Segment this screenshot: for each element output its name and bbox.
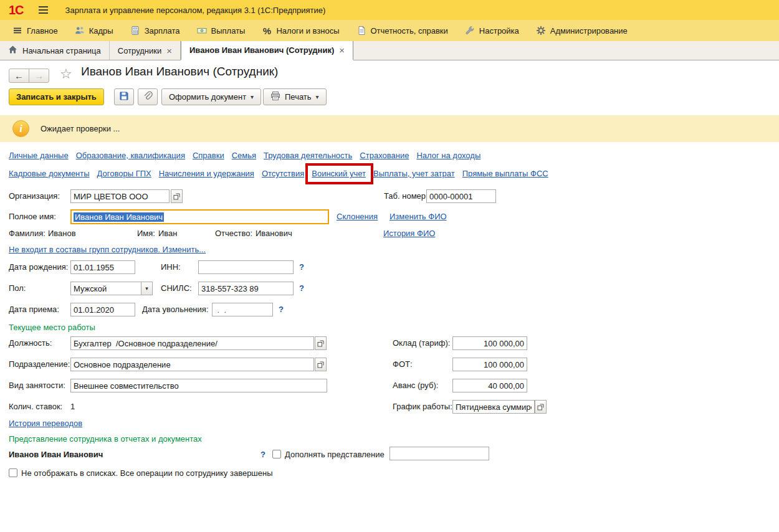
dismissal-help-icon[interactable]: ? [279, 303, 284, 316]
print-label: Печать [285, 92, 312, 102]
current-job-header[interactable]: Текущее место работы [9, 323, 95, 332]
gender-select[interactable] [70, 282, 141, 295]
back-button[interactable]: ← [9, 69, 29, 83]
menu-item-payments[interactable]: Выплаты [197, 26, 246, 36]
presentation-value: Иванов Иван Иванович [9, 448, 103, 462]
gender-dropdown-button[interactable]: ▾ [141, 282, 153, 295]
main-menu-icon[interactable] [39, 6, 48, 14]
favorites-star-icon[interactable]: ☆ [60, 66, 72, 82]
first-name-value: Иван [158, 227, 178, 240]
nav-links-row-2: Кадровые документы Договоры ГПХ Начислен… [9, 169, 548, 178]
presentation-header[interactable]: Представление сотрудника в отчетах и док… [9, 434, 202, 444]
info-message: Ожидает проверки ... [41, 124, 120, 133]
snils-help-icon[interactable]: ? [299, 282, 304, 295]
nav-link-certificates[interactable]: Справки [193, 151, 224, 160]
info-banner: i Ожидает проверки ... [0, 115, 779, 142]
menu-item-label: Администрирование [550, 26, 628, 36]
nav-link-work-activity[interactable]: Трудовая деятельность [264, 151, 352, 160]
floppy-icon [119, 91, 129, 103]
fot-field[interactable] [452, 358, 527, 371]
patronymic-label: Отчество: [215, 227, 252, 240]
tab-home-page[interactable]: Начальная страница [0, 41, 110, 60]
nav-link-hr-documents[interactable]: Кадровые документы [9, 169, 90, 178]
birth-date-field[interactable] [70, 260, 135, 274]
attachments-button[interactable] [138, 88, 158, 105]
nav-link-military-records[interactable]: Воинский учет [312, 169, 366, 178]
organization-field[interactable] [70, 189, 170, 203]
nav-link-accruals-deductions[interactable]: Начисления и удержания [159, 169, 254, 178]
nav-link-family[interactable]: Семья [232, 151, 256, 160]
hide-in-lists-checkbox[interactable] [9, 468, 17, 477]
hire-date-field[interactable] [70, 303, 135, 316]
full-name-input[interactable]: Иванов Иван Иванович [70, 209, 329, 224]
tab-number-field[interactable] [426, 189, 496, 203]
snils-label: СНИЛС: [161, 282, 192, 295]
percent-icon: % [262, 26, 272, 36]
full-name-label: Полное имя: [9, 210, 56, 224]
menu-item-reports[interactable]: Отчетность, справки [356, 26, 448, 36]
print-button[interactable]: Печать ▾ [263, 88, 327, 105]
group-membership-link[interactable]: Не входит в составы групп сотрудников. И… [9, 245, 206, 254]
salary-field[interactable] [452, 336, 527, 350]
nav-link-personal-data[interactable]: Личные данные [9, 151, 69, 160]
schedule-open-button[interactable] [535, 400, 547, 414]
organization-open-button[interactable] [171, 189, 183, 203]
advance-field[interactable] [452, 379, 527, 392]
supplement-checkbox[interactable] [272, 450, 281, 458]
forward-button[interactable]: → [29, 69, 49, 83]
employment-type-field[interactable] [70, 379, 327, 392]
schedule-field[interactable] [452, 400, 535, 414]
nav-link-income-tax[interactable]: Налог на доходы [416, 151, 480, 160]
menu-item-taxes[interactable]: % Налоги и взносы [262, 26, 339, 36]
menu-item-label: Кадры [89, 26, 113, 36]
organization-label: Организация: [9, 189, 60, 203]
menu-item-label: Налоги и взносы [276, 26, 339, 36]
banknote-icon [197, 26, 207, 36]
inn-help-icon[interactable]: ? [299, 260, 304, 274]
presentation-help-icon[interactable]: ? [260, 448, 265, 462]
change-fio-link[interactable]: Изменить ФИО [390, 212, 447, 221]
nav-link-absences[interactable]: Отсутствия [262, 169, 304, 178]
menu-item-settings[interactable]: Настройка [465, 26, 519, 36]
nav-link-education[interactable]: Образование, квалификация [76, 151, 185, 160]
supplement-checkbox-label[interactable]: Дополнять представление [285, 448, 385, 462]
close-icon[interactable]: × [339, 45, 345, 55]
menu-item-label: Отчетность, справки [371, 26, 448, 36]
save-button[interactable] [114, 88, 134, 105]
department-open-button[interactable] [315, 358, 327, 371]
tab-employee-card[interactable]: Иванов Иван Иванович (Сотрудник) × [181, 41, 353, 60]
create-document-button[interactable]: Оформить документ ▾ [161, 88, 261, 105]
position-field[interactable] [70, 336, 314, 350]
menu-item-administration[interactable]: Администрирование [536, 26, 628, 36]
nav-link-insurance[interactable]: Страхование [360, 151, 409, 160]
inn-field[interactable] [198, 260, 294, 274]
declension-link[interactable]: Склонения [337, 212, 378, 221]
open-icon [317, 361, 324, 368]
hide-in-lists-label[interactable]: Не отображать в списках. Все операции по… [21, 467, 273, 480]
menu-item-label: Настройка [479, 26, 519, 36]
snils-field[interactable] [198, 282, 294, 295]
nav-link-fss-direct-payments[interactable]: Прямые выплаты ФСС [462, 169, 548, 178]
tab-employees[interactable]: Сотрудники × [110, 41, 181, 60]
tab-label: Начальная страница [22, 46, 101, 55]
tab-label: Сотрудники [118, 46, 161, 55]
chevron-down-icon: ▾ [251, 93, 254, 100]
info-icon: i [12, 120, 29, 137]
department-field[interactable] [70, 358, 314, 371]
nav-link-payments-costs[interactable]: Выплаты, учет затрат [373, 169, 455, 178]
rate-count-value: 1 [70, 400, 75, 414]
fio-history-link[interactable]: История ФИО [383, 229, 435, 238]
salary-label: Оклад (тариф): [393, 336, 450, 350]
menu-item-staff[interactable]: Кадры [75, 26, 113, 36]
menu-item-main[interactable]: Главное [12, 26, 58, 36]
transfer-history-link[interactable]: История переводов [9, 419, 82, 428]
nav-link-gph-contracts[interactable]: Договоры ГПХ [97, 169, 151, 178]
save-and-close-label: Записать и закрыть [16, 92, 97, 102]
position-open-button[interactable] [315, 336, 327, 350]
hire-date-label: Дата приема: [9, 303, 59, 316]
supplement-input[interactable] [390, 447, 489, 460]
menu-item-salary[interactable]: Зарплата [130, 26, 180, 36]
close-icon[interactable]: × [166, 46, 172, 55]
dismissal-date-field[interactable] [212, 303, 273, 316]
save-and-close-button[interactable]: Записать и закрыть [9, 88, 104, 105]
